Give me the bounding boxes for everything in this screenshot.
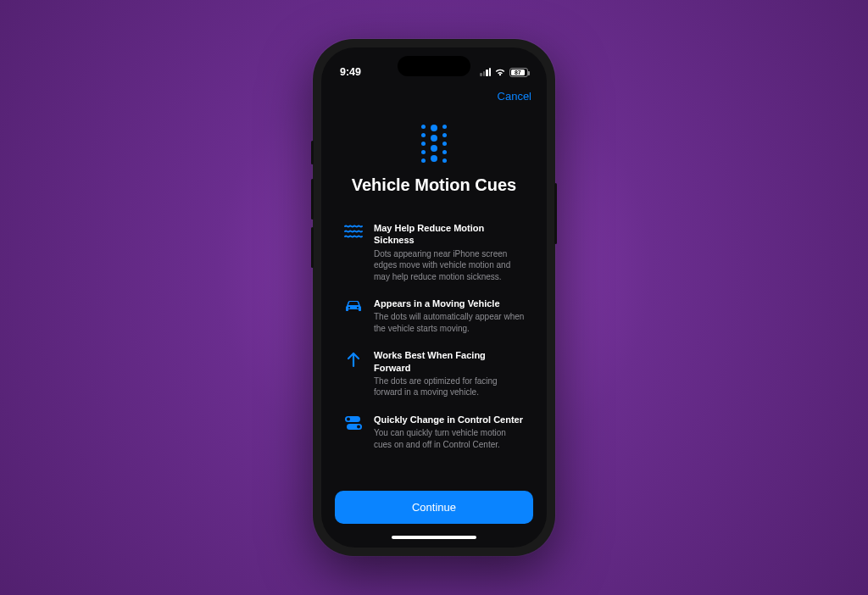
arrow-up-icon <box>343 349 364 398</box>
car-icon <box>343 298 364 334</box>
cancel-button[interactable]: Cancel <box>498 90 531 103</box>
phone-screen: 9:49 87 Cancel Vehicle Motion Cues <box>321 47 547 548</box>
feature-title: Works Best When Facing Forward <box>374 349 525 374</box>
cellular-icon <box>480 68 491 76</box>
battery-level: 87 <box>511 70 525 75</box>
feature-desc: The dots are optimized for facing forwar… <box>374 375 525 398</box>
status-right: 87 <box>480 68 528 77</box>
features-list: May Help Reduce Motion Sickness Dots app… <box>321 207 547 477</box>
feature-desc: The dots will automatically appear when … <box>374 311 525 334</box>
feature-item-moving-vehicle: Appears in a Moving Vehicle The dots wil… <box>343 298 525 334</box>
svg-point-3 <box>357 425 360 428</box>
feature-item-facing-forward: Works Best When Facing Forward The dots … <box>343 349 525 398</box>
hero-section: Vehicle Motion Cues <box>321 104 547 207</box>
feature-item-control-center: Quickly Change in Control Center You can… <box>343 414 525 450</box>
motion-cues-icon <box>414 123 454 164</box>
home-indicator[interactable] <box>392 536 476 539</box>
mute-switch <box>311 141 314 164</box>
feature-title: May Help Reduce Motion Sickness <box>374 222 525 247</box>
iphone-frame: 9:49 87 Cancel Vehicle Motion Cues <box>313 39 555 556</box>
battery-icon: 87 <box>509 68 528 77</box>
page-title: Vehicle Motion Cues <box>352 175 516 195</box>
waves-icon <box>343 222 364 282</box>
continue-button[interactable]: Continue <box>335 491 533 524</box>
home-indicator-area <box>321 532 547 548</box>
feature-title: Quickly Change in Control Center <box>374 414 525 425</box>
toggles-icon <box>343 414 364 450</box>
feature-item-motion-sickness: May Help Reduce Motion Sickness Dots app… <box>343 222 525 282</box>
feature-desc: Dots appearing near iPhone screen edges … <box>374 248 525 283</box>
footer: Continue <box>321 477 547 532</box>
volume-up-button <box>311 179 314 220</box>
wifi-icon <box>494 68 506 76</box>
volume-down-button <box>311 227 314 268</box>
svg-point-1 <box>347 417 350 420</box>
nav-bar: Cancel <box>321 85 547 104</box>
feature-desc: You can quickly turn vehicle motion cues… <box>374 427 525 450</box>
status-time: 9:49 <box>340 66 361 78</box>
dynamic-island <box>398 56 470 76</box>
feature-title: Appears in a Moving Vehicle <box>374 298 525 309</box>
power-button <box>554 183 557 244</box>
